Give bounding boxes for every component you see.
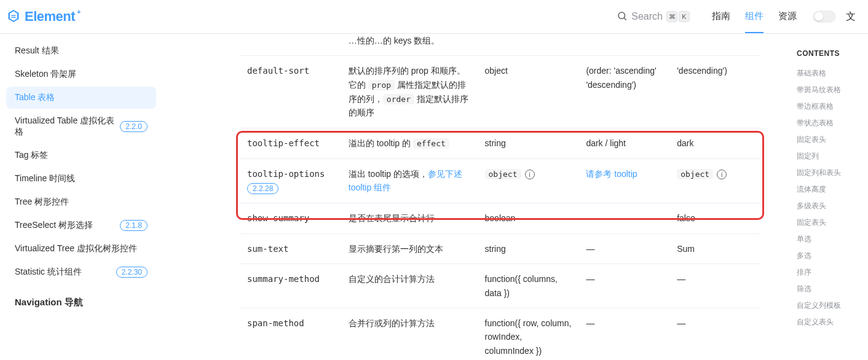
tooltip-ref-link[interactable]: 请参考 tooltip	[586, 169, 637, 179]
toc-item[interactable]: 带斑马纹表格	[797, 82, 861, 98]
svg-line-1	[625, 18, 626, 20]
table-row: default-sort 默认的排序列的 prop 和顺序。 它的 prop 属…	[240, 56, 760, 128]
toc-item[interactable]: 固定列	[797, 148, 861, 165]
nav-links: 指南 组件 资源	[712, 1, 797, 33]
table-row: show-summary 是否在表尾显示合计行 boolean — false	[240, 203, 760, 233]
table-row: sum-text 显示摘要行第一列的文本 string — Sum	[240, 233, 760, 264]
prop-options: dark / light	[578, 128, 669, 158]
prop-name: tooltip-effect	[247, 138, 320, 148]
prop-description: 溢出 tooltip 的选项，参见下述 tooltip 组件	[341, 158, 478, 203]
kbd-cmd: ⌘	[666, 11, 677, 22]
header: Element + Search ⌘ K 指南 组件 资源 文	[0, 0, 868, 34]
logo-plus: +	[77, 8, 81, 15]
sidebar: Result 结果 Skeleton 骨架屏 Table 表格 Virtuali…	[0, 34, 160, 360]
prop-type: function({ columns, data })	[478, 264, 579, 308]
sidebar-item-timeline[interactable]: Timeline 时间线	[6, 168, 156, 190]
toc-item[interactable]: 筛选	[797, 281, 861, 297]
prop-options: —	[578, 233, 669, 264]
toc-item[interactable]: 固定表头	[797, 131, 861, 148]
sidebar-item-tree[interactable]: Tree 树形控件	[6, 191, 156, 213]
nav-guide[interactable]: 指南	[712, 1, 730, 33]
toc-item[interactable]: 流体高度	[797, 181, 861, 198]
prop-name: span-method	[247, 318, 304, 328]
toc-item[interactable]: 单选	[797, 231, 861, 248]
prop-description: 溢出的 tooltip 的 effect	[341, 128, 478, 158]
prop-default: —	[669, 308, 760, 360]
prop-default: 'descending')	[669, 56, 760, 128]
sidebar-item-table[interactable]: Table 表格	[6, 87, 156, 109]
header-right: Search ⌘ K 指南 组件 资源 文	[612, 1, 856, 33]
toc: CONTENTS 基础表格 带斑马纹表格 带边框表格 带状态表格 固定表头 固定…	[789, 49, 868, 331]
prop-default: objecti	[669, 158, 760, 203]
prop-type: string	[478, 233, 579, 264]
prop-options: —	[578, 308, 669, 360]
sidebar-item-tag[interactable]: Tag 标签	[6, 144, 156, 166]
sidebar-item-virtualized-table[interactable]: Virtualized Table 虚拟化表格2.2.0	[6, 110, 156, 143]
table-row: summary-method 自定义的合计计算方法 function({ col…	[240, 264, 760, 308]
prop-description: 自定义的合计计算方法	[341, 264, 478, 308]
prop-name: sum-text	[247, 244, 288, 254]
prop-options: —	[578, 264, 669, 308]
prop-options: (order: 'ascending' 'descending')	[578, 56, 669, 128]
sidebar-item-skeleton[interactable]: Skeleton 骨架屏	[6, 63, 156, 85]
prop-name: summary-method	[247, 274, 320, 284]
info-icon[interactable]: i	[717, 170, 727, 179]
sidebar-section-navigation: Navigation 导航	[6, 284, 156, 313]
toc-title: CONTENTS	[797, 49, 861, 58]
logo-text: Element	[25, 9, 75, 25]
prop-type: string	[478, 128, 579, 158]
truncated-description: …性的…的 keys 数组。	[341, 34, 478, 56]
element-logo-icon	[6, 9, 21, 25]
prop-type: function({ row, column, rowIndex, column…	[478, 308, 579, 360]
search-icon	[617, 10, 628, 23]
toc-item[interactable]: 多级表头	[797, 198, 861, 214]
prop-options: —	[578, 203, 669, 233]
api-table: …性的…的 keys 数组。 default-sort 默认的排序列的 prop…	[240, 34, 760, 360]
svg-point-0	[618, 12, 625, 19]
table-row: …性的…的 keys 数组。	[240, 34, 760, 56]
search-placeholder: Search	[631, 11, 663, 22]
toc-item[interactable]: 自定义表头	[797, 314, 861, 331]
nav-resource[interactable]: 资源	[778, 1, 797, 33]
table-row: tooltip-effect 溢出的 tooltip 的 effect stri…	[240, 128, 760, 158]
prop-type: objecti	[478, 158, 579, 203]
sidebar-item-treeselect[interactable]: TreeSelect 树形选择2.1.8	[6, 214, 156, 237]
prop-default: —	[669, 264, 760, 308]
toc-item[interactable]: 带边框表格	[797, 98, 861, 115]
toc-item[interactable]: 固定列和表头	[797, 165, 861, 181]
search-box[interactable]: Search ⌘ K	[612, 8, 695, 26]
logo[interactable]: Element +	[6, 9, 83, 25]
prop-options: 请参考 tooltip	[578, 158, 669, 203]
prop-name: tooltip-options	[247, 169, 325, 179]
prop-type: object	[478, 56, 579, 128]
info-icon[interactable]: i	[525, 170, 535, 179]
prop-description: 是否在表尾显示合计行	[341, 203, 478, 233]
toc-item[interactable]: 排序	[797, 264, 861, 281]
kbd-k: K	[679, 11, 690, 22]
sidebar-item-statistic[interactable]: Statistic 统计组件2.2.30	[6, 261, 156, 283]
theme-toggle[interactable]	[813, 10, 836, 23]
prop-type: boolean	[478, 203, 579, 233]
table-row: span-method 合并行或列的计算方法 function({ row, c…	[240, 308, 760, 360]
sidebar-item-result[interactable]: Result 结果	[6, 40, 156, 62]
toc-item[interactable]: 多选	[797, 248, 861, 264]
lang-icon[interactable]: 文	[846, 10, 856, 23]
prop-name: show-summary	[247, 213, 309, 223]
toc-item[interactable]: 自定义列模板	[797, 297, 861, 314]
toc-item[interactable]: 基础表格	[797, 65, 861, 82]
prop-description: 默认的排序列的 prop 和顺序。 它的 prop 属性指定默认的排序的列，or…	[341, 56, 478, 128]
sidebar-item-virtualized-tree[interactable]: Virtualized Tree 虚拟化树形控件	[6, 238, 156, 260]
prop-default: Sum	[669, 233, 760, 264]
table-row: tooltip-options 2.2.28 溢出 tooltip 的选项，参见…	[240, 158, 760, 203]
prop-description: 显示摘要行第一列的文本	[341, 233, 478, 264]
nav-component[interactable]: 组件	[745, 1, 763, 33]
version-tag: 2.2.28	[247, 183, 278, 194]
prop-name: default-sort	[247, 66, 309, 76]
toc-item[interactable]: 固定表头	[797, 214, 861, 231]
prop-default: false	[669, 203, 760, 233]
toc-item[interactable]: 带状态表格	[797, 115, 861, 131]
prop-default: dark	[669, 128, 760, 158]
main-content: …性的…的 keys 数组。 default-sort 默认的排序列的 prop…	[160, 34, 785, 360]
prop-description: 合并行或列的计算方法	[341, 308, 478, 360]
